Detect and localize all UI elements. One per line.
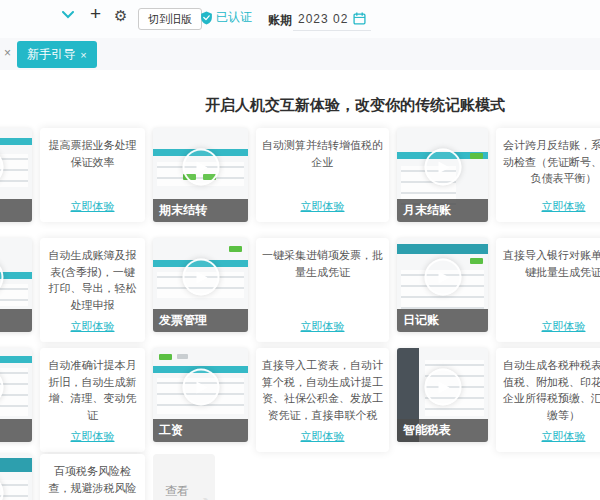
feature-desc-card: 自动测算并结转增值税的企业 立即体验: [256, 128, 389, 222]
try-now-link[interactable]: 立即体验: [71, 423, 115, 444]
gear-icon[interactable]: ⚙: [114, 7, 127, 25]
feature-desc-card: 会计跨月反结账，系统自动检查（凭证断号、资产负债表平衡） 立即体验: [496, 128, 600, 222]
card-row: 自动生成账簿及报表(含季报)，一键打印、导出，轻松处理申报 立即体验 发票管理 …: [0, 238, 600, 342]
video-title: 日记账: [397, 309, 488, 332]
feature-desc-card: 百项税务风险检查，规避涉税风险 立即体验: [40, 454, 145, 500]
video-card-cutoff[interactable]: [0, 128, 32, 222]
feature-desc-text: 直接导入银行对账单，一键批量生成凭证: [502, 247, 600, 280]
play-icon: [424, 369, 461, 406]
add-tab-button[interactable]: +: [90, 3, 101, 25]
feature-desc-card: 自动准确计提本月折旧，自动生成新增、清理、变动凭证 立即体验: [40, 348, 145, 452]
video-card-cutoff[interactable]: [0, 238, 32, 332]
video-title: 工资: [153, 419, 248, 442]
switch-old-version-button[interactable]: 切到旧版: [138, 8, 202, 30]
video-card-invoice-management[interactable]: 发票管理: [153, 238, 248, 332]
try-now-link[interactable]: 立即体验: [542, 423, 586, 444]
feature-desc-text: 自动生成账簿及报表(含季报)，一键打印、导出，轻松处理申报: [46, 247, 139, 313]
try-now-link[interactable]: 立即体验: [301, 193, 345, 214]
card-row: 自动准确计提本月折旧，自动生成新增、清理、变动凭证 立即体验 工资 直接导入工资…: [0, 348, 600, 452]
video-title: 智能税表: [397, 419, 488, 442]
feature-desc-text: 会计跨月反结账，系统自动检查（凭证断号、资产负债表平衡）: [502, 137, 600, 187]
video-title: [0, 309, 32, 332]
feature-desc-card: 直接导入银行对账单，一键批量生成凭证 立即体验: [496, 238, 600, 342]
video-card-smart-tax-forms[interactable]: 智能税表: [397, 348, 488, 442]
video-card-cutoff[interactable]: [0, 454, 32, 500]
card-row: 提高票据业务处理保证效率 立即体验 期末结转 自动测算并结转增值税的企业 立即体…: [0, 128, 600, 222]
video-title: 期末结转: [153, 199, 248, 222]
video-card-payroll[interactable]: 工资: [153, 348, 248, 442]
try-now-link[interactable]: 立即体验: [71, 193, 115, 214]
period-picker[interactable]: 2023 02: [293, 7, 371, 31]
certified-badge[interactable]: 已认证: [200, 9, 252, 26]
feature-desc-text: 自动测算并结转增值税的企业: [262, 137, 383, 170]
feature-desc-card: 提高票据业务处理保证效率 立即体验: [40, 128, 145, 222]
feature-desc-card: 一键采集进销项发票，批量生成凭证 立即体验: [256, 238, 389, 342]
shield-check-icon: [200, 11, 213, 25]
video-card-cash-journal[interactable]: 日记账: [397, 238, 488, 332]
try-now-link[interactable]: 立即体验: [301, 313, 345, 334]
tab-strip: × 新手引导 ×: [0, 38, 600, 70]
play-icon: [182, 259, 219, 296]
video-title: [0, 419, 32, 442]
feature-desc-text: 自动生成各税种税表（增值税、附加税、印花税、企业所得税预缴、汇算清缴等）: [502, 357, 600, 423]
page-title: 开启人机交互新体验，改变你的传统记账模式: [205, 96, 505, 115]
main-content: 开启人机交互新体验，改变你的传统记账模式 提高票据业务处理保证效率 立即体验 期…: [0, 70, 600, 500]
try-now-link[interactable]: 立即体验: [542, 313, 586, 334]
tab-label: 新手引导: [27, 46, 75, 63]
play-icon: [424, 259, 461, 296]
try-now-link[interactable]: 立即体验: [301, 423, 345, 444]
feature-desc-card: 自动生成账簿及报表(含季报)，一键打印、导出，轻松处理申报 立即体验: [40, 238, 145, 342]
video-title: 月末结账: [397, 199, 488, 222]
try-now-link[interactable]: 立即体验: [542, 193, 586, 214]
try-now-link[interactable]: 立即体验: [71, 313, 115, 334]
tab-close-icon[interactable]: ×: [80, 49, 86, 61]
feature-desc-text: 自动准确计提本月折旧，自动生成新增、清理、变动凭证: [46, 357, 139, 423]
calendar-icon: [353, 12, 366, 25]
video-card-period-end-carryover[interactable]: 期末结转: [153, 128, 248, 222]
chevron-down-icon[interactable]: [62, 11, 74, 19]
play-icon: [182, 149, 219, 186]
feature-desc-card: 直接导入工资表，自动计算个税，自动生成计提工资、社保公积金、发放工资凭证，直接串…: [256, 348, 389, 452]
close-icon[interactable]: ×: [4, 46, 11, 60]
period-label: 账期: [268, 12, 292, 29]
view-more-label: 查看更多: [165, 481, 199, 500]
tab-beginner-guide[interactable]: 新手引导 ×: [17, 41, 97, 68]
video-title: 发票管理: [153, 309, 248, 332]
video-card-month-end-closing[interactable]: 月末结账: [397, 128, 488, 222]
chevron-right-icon: ›: [202, 484, 213, 500]
feature-desc-text: 提高票据业务处理保证效率: [46, 137, 139, 170]
feature-desc-text: 百项税务风险检查，规避涉税风险: [46, 463, 139, 496]
certified-label: 已认证: [216, 9, 252, 26]
topbar: + ⚙ 切到旧版 已认证 账期 2023 02: [0, 0, 600, 38]
video-title: [0, 199, 32, 222]
feature-desc-card: 自动生成各税种税表（增值税、附加税、印花税、企业所得税预缴、汇算清缴等） 立即体…: [496, 348, 600, 452]
period-value: 2023 02: [298, 12, 348, 26]
play-icon: [182, 369, 219, 406]
view-more-card[interactable]: 查看更多 ›: [153, 454, 215, 500]
feature-desc-text: 直接导入工资表，自动计算个税，自动生成计提工资、社保公积金、发放工资凭证，直接串…: [262, 357, 383, 423]
video-card-cutoff[interactable]: [0, 348, 32, 442]
play-icon: [424, 149, 461, 186]
feature-desc-text: 一键采集进销项发票，批量生成凭证: [262, 247, 383, 280]
card-row: 百项税务风险检查，规避涉税风险 立即体验 查看更多 ›: [0, 454, 215, 500]
